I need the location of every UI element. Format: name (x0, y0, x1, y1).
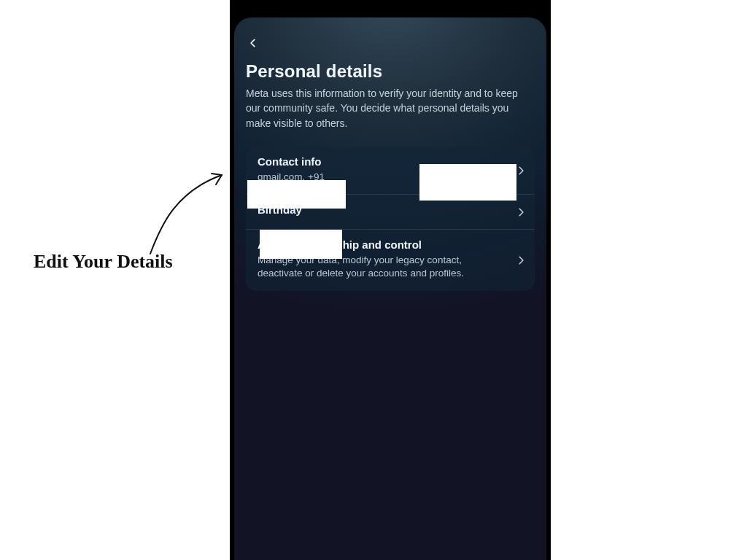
chevron-right-icon (516, 207, 526, 217)
page-title: Personal details (246, 61, 535, 82)
personal-details-panel: Personal details Meta uses this informat… (234, 18, 546, 560)
annotation-arrow-icon (136, 159, 238, 261)
redaction-box (260, 230, 342, 259)
chevron-right-icon (516, 255, 526, 265)
redaction-box (247, 180, 346, 209)
redaction-box (419, 164, 516, 201)
phone-frame: Personal details Meta uses this informat… (230, 0, 551, 560)
phone-screen: Personal details Meta uses this informat… (230, 0, 551, 560)
stage: Edit Your Details Personal details Meta … (0, 0, 747, 560)
chevron-right-icon (516, 166, 526, 176)
page-description: Meta uses this information to verify you… (246, 86, 535, 131)
back-icon[interactable] (246, 36, 260, 50)
